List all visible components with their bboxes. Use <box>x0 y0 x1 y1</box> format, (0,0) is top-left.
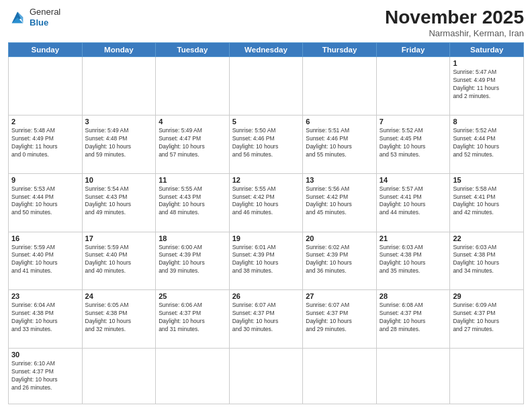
day-number: 29 <box>453 292 521 300</box>
day-info: Sunrise: 6:03 AMSunset: 4:38 PMDaylight:… <box>380 244 447 276</box>
weekday-header: Friday <box>376 43 450 57</box>
calendar-cell: 20Sunrise: 6:02 AMSunset: 4:39 PMDayligh… <box>303 232 377 290</box>
calendar-cell: 4Sunrise: 5:49 AMSunset: 4:47 PMDaylight… <box>156 115 230 173</box>
calendar-cell: 8Sunrise: 5:52 AMSunset: 4:44 PMDaylight… <box>450 115 524 173</box>
day-number: 6 <box>306 118 373 126</box>
day-info: Sunrise: 5:58 AMSunset: 4:41 PMDaylight:… <box>453 185 521 218</box>
calendar-cell <box>229 57 303 116</box>
calendar-cell <box>156 349 230 404</box>
day-number: 17 <box>85 234 153 242</box>
day-info: Sunrise: 5:50 AMSunset: 4:46 PMDaylight:… <box>232 127 300 159</box>
day-info: Sunrise: 6:06 AMSunset: 4:37 PMDaylight:… <box>159 302 226 334</box>
day-number: 8 <box>453 118 521 126</box>
header: General Blue November 2025 Narmashir, Ke… <box>8 7 524 38</box>
calendar-cell: 17Sunrise: 5:59 AMSunset: 4:40 PMDayligh… <box>82 232 156 290</box>
calendar-cell: 1Sunrise: 5:47 AMSunset: 4:49 PMDaylight… <box>450 57 524 116</box>
day-number: 30 <box>11 351 79 359</box>
day-info: Sunrise: 6:08 AMSunset: 4:37 PMDaylight:… <box>380 302 447 334</box>
day-info: Sunrise: 6:00 AMSunset: 4:39 PMDaylight:… <box>159 244 226 276</box>
calendar-cell: 29Sunrise: 6:09 AMSunset: 4:37 PMDayligh… <box>450 290 524 349</box>
day-number: 13 <box>306 176 373 184</box>
calendar-cell: 30Sunrise: 6:10 AMSunset: 4:37 PMDayligh… <box>9 349 83 404</box>
weekday-header: Sunday <box>9 43 83 57</box>
day-number: 26 <box>232 292 300 300</box>
day-info: Sunrise: 5:52 AMSunset: 4:45 PMDaylight:… <box>380 127 447 159</box>
day-info: Sunrise: 6:04 AMSunset: 4:38 PMDaylight:… <box>11 302 79 334</box>
weekday-header: Thursday <box>303 43 377 57</box>
calendar-cell: 7Sunrise: 5:52 AMSunset: 4:45 PMDaylight… <box>376 115 450 173</box>
day-number: 15 <box>453 176 521 184</box>
weekday-header: Saturday <box>450 43 524 57</box>
day-info: Sunrise: 5:59 AMSunset: 4:40 PMDaylight:… <box>11 244 79 276</box>
calendar-header-row: SundayMondayTuesdayWednesdayThursdayFrid… <box>9 43 524 57</box>
day-info: Sunrise: 6:07 AMSunset: 4:37 PMDaylight:… <box>232 302 300 334</box>
day-info: Sunrise: 6:09 AMSunset: 4:37 PMDaylight:… <box>453 302 521 334</box>
page: General Blue November 2025 Narmashir, Ke… <box>0 0 532 411</box>
day-number: 23 <box>11 292 79 300</box>
calendar-cell <box>156 57 230 116</box>
day-number: 18 <box>159 234 226 242</box>
calendar-cell <box>450 349 524 404</box>
day-info: Sunrise: 5:48 AMSunset: 4:49 PMDaylight:… <box>11 127 79 159</box>
calendar-cell <box>82 57 156 116</box>
calendar-cell: 15Sunrise: 5:58 AMSunset: 4:41 PMDayligh… <box>450 173 524 232</box>
calendar-week-row: 16Sunrise: 5:59 AMSunset: 4:40 PMDayligh… <box>9 232 524 290</box>
day-info: Sunrise: 6:01 AMSunset: 4:39 PMDaylight:… <box>232 244 300 276</box>
day-number: 10 <box>85 176 153 184</box>
calendar-week-row: 9Sunrise: 5:53 AMSunset: 4:44 PMDaylight… <box>9 173 524 232</box>
calendar-cell <box>303 57 377 116</box>
calendar-cell: 18Sunrise: 6:00 AMSunset: 4:39 PMDayligh… <box>156 232 230 290</box>
calendar-cell: 12Sunrise: 5:55 AMSunset: 4:42 PMDayligh… <box>229 173 303 232</box>
day-number: 1 <box>453 59 521 67</box>
calendar-cell: 21Sunrise: 6:03 AMSunset: 4:38 PMDayligh… <box>376 232 450 290</box>
calendar-table: SundayMondayTuesdayWednesdayThursdayFrid… <box>8 42 524 404</box>
logo-general: General <box>30 7 60 17</box>
calendar-cell: 22Sunrise: 6:03 AMSunset: 4:38 PMDayligh… <box>450 232 524 290</box>
calendar-cell <box>376 349 450 404</box>
day-info: Sunrise: 5:49 AMSunset: 4:48 PMDaylight:… <box>85 127 153 159</box>
day-info: Sunrise: 5:55 AMSunset: 4:42 PMDaylight:… <box>232 185 300 218</box>
calendar-cell <box>82 349 156 404</box>
day-number: 12 <box>232 176 300 184</box>
calendar-cell: 13Sunrise: 5:56 AMSunset: 4:42 PMDayligh… <box>303 173 377 232</box>
day-info: Sunrise: 5:55 AMSunset: 4:43 PMDaylight:… <box>159 185 226 218</box>
day-info: Sunrise: 6:02 AMSunset: 4:39 PMDaylight:… <box>306 244 373 276</box>
calendar-week-row: 1Sunrise: 5:47 AMSunset: 4:49 PMDaylight… <box>9 57 524 116</box>
logo-blue: Blue <box>30 17 48 28</box>
calendar-cell <box>376 57 450 116</box>
day-number: 3 <box>85 118 153 126</box>
calendar-cell <box>229 349 303 404</box>
calendar-cell: 2Sunrise: 5:48 AMSunset: 4:49 PMDaylight… <box>9 115 83 173</box>
day-number: 19 <box>232 234 300 242</box>
logo-icon <box>8 8 27 27</box>
day-number: 21 <box>380 234 447 242</box>
calendar-cell: 25Sunrise: 6:06 AMSunset: 4:37 PMDayligh… <box>156 290 230 349</box>
calendar-cell: 14Sunrise: 5:57 AMSunset: 4:41 PMDayligh… <box>376 173 450 232</box>
day-info: Sunrise: 5:53 AMSunset: 4:44 PMDaylight:… <box>11 185 79 218</box>
day-number: 14 <box>380 176 447 184</box>
calendar-cell: 24Sunrise: 6:05 AMSunset: 4:38 PMDayligh… <box>82 290 156 349</box>
weekday-header: Monday <box>82 43 156 57</box>
calendar-week-row: 2Sunrise: 5:48 AMSunset: 4:49 PMDaylight… <box>9 115 524 173</box>
day-info: Sunrise: 6:07 AMSunset: 4:37 PMDaylight:… <box>306 302 373 334</box>
calendar-week-row: 30Sunrise: 6:10 AMSunset: 4:37 PMDayligh… <box>9 349 524 404</box>
day-number: 28 <box>380 292 447 300</box>
calendar-cell: 6Sunrise: 5:51 AMSunset: 4:46 PMDaylight… <box>303 115 377 173</box>
day-number: 7 <box>380 118 447 126</box>
calendar-cell: 16Sunrise: 5:59 AMSunset: 4:40 PMDayligh… <box>9 232 83 290</box>
day-info: Sunrise: 5:57 AMSunset: 4:41 PMDaylight:… <box>380 185 447 218</box>
calendar-cell: 5Sunrise: 5:50 AMSunset: 4:46 PMDaylight… <box>229 115 303 173</box>
day-number: 22 <box>453 234 521 242</box>
day-number: 24 <box>85 292 153 300</box>
calendar-cell: 19Sunrise: 6:01 AMSunset: 4:39 PMDayligh… <box>229 232 303 290</box>
calendar-cell: 11Sunrise: 5:55 AMSunset: 4:43 PMDayligh… <box>156 173 230 232</box>
calendar-week-row: 23Sunrise: 6:04 AMSunset: 4:38 PMDayligh… <box>9 290 524 349</box>
calendar-cell: 10Sunrise: 5:54 AMSunset: 4:43 PMDayligh… <box>82 173 156 232</box>
calendar-cell: 9Sunrise: 5:53 AMSunset: 4:44 PMDaylight… <box>9 173 83 232</box>
weekday-header: Tuesday <box>156 43 230 57</box>
day-info: Sunrise: 5:51 AMSunset: 4:46 PMDaylight:… <box>306 127 373 159</box>
day-number: 20 <box>306 234 373 242</box>
day-number: 4 <box>159 118 226 126</box>
month-title: November 2025 <box>385 7 524 28</box>
day-info: Sunrise: 5:49 AMSunset: 4:47 PMDaylight:… <box>159 127 226 159</box>
